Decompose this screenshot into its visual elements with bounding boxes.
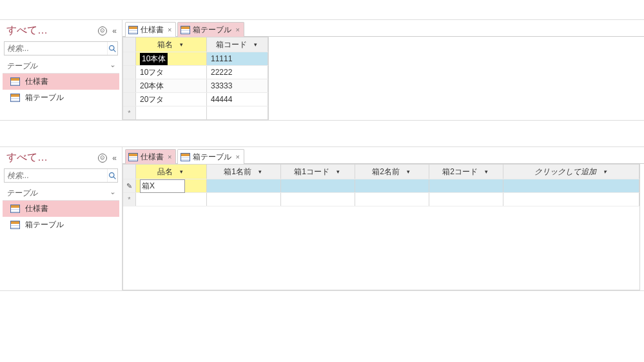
cell-hakocode[interactable]: 11111 xyxy=(207,52,268,65)
cell-hako2code[interactable] xyxy=(429,179,503,192)
col-header-hakomei[interactable]: 箱名 ▾ xyxy=(136,37,207,52)
cell-empty[interactable] xyxy=(503,193,639,206)
drop-icon[interactable]: ▾ xyxy=(405,168,412,175)
table-icon xyxy=(128,153,138,161)
nav-menu-icon[interactable]: ⊙ xyxy=(98,26,107,35)
cell-hako1namae[interactable] xyxy=(207,179,281,192)
row-selector[interactable] xyxy=(123,52,136,65)
cell-empty[interactable] xyxy=(503,179,639,192)
cell-hakocode[interactable]: 33333 xyxy=(207,79,268,92)
new-row-icon[interactable]: * xyxy=(123,193,136,206)
cell-hako1code[interactable] xyxy=(281,179,355,192)
tab-label: 箱テーブル xyxy=(193,25,231,35)
cell-hakocode[interactable]: 22222 xyxy=(207,66,268,79)
cell-hakomei[interactable]: 20フタ xyxy=(136,93,207,106)
table-icon xyxy=(10,205,20,213)
new-row-icon[interactable]: * xyxy=(123,106,136,119)
close-icon[interactable]: × xyxy=(234,26,240,34)
select-all-cell[interactable] xyxy=(123,165,136,179)
search-input[interactable] xyxy=(5,169,107,182)
col-header-hako1code[interactable]: 箱1コード ▾ xyxy=(281,165,355,179)
nav-item-hakotable[interactable]: 箱テーブル xyxy=(3,90,119,106)
cell-editing-value[interactable]: 10本体 xyxy=(140,53,168,65)
row-selector[interactable] xyxy=(123,79,136,92)
cell-hakomei[interactable]: 10本体 xyxy=(136,52,207,65)
nav-collapse-icon[interactable]: « xyxy=(111,26,118,35)
chevron-down-icon: ⌄ xyxy=(110,188,115,199)
tab-hakotable[interactable]: 箱テーブル × xyxy=(177,22,244,37)
nav-group-tables[interactable]: テーブル ⌄ xyxy=(3,59,119,74)
cell-hakomei[interactable]: 10フタ xyxy=(136,66,207,79)
col-header-hakocode[interactable]: 箱コード ▾ xyxy=(207,37,268,52)
table-row[interactable]: 10本体 11111 xyxy=(123,52,268,65)
new-row[interactable]: * xyxy=(123,192,639,206)
close-icon[interactable]: × xyxy=(166,153,173,161)
table-row[interactable]: 20本体 33333 xyxy=(123,79,268,92)
row-selector[interactable] xyxy=(123,93,136,106)
row-selector[interactable] xyxy=(123,66,136,79)
drop-icon[interactable]: ▾ xyxy=(335,168,342,175)
grid-blank-area xyxy=(123,206,639,290)
nav-item-hakotable[interactable]: 箱テーブル xyxy=(3,217,119,233)
cell-hako2namae[interactable] xyxy=(355,179,429,192)
drop-icon[interactable]: ▾ xyxy=(178,41,185,48)
tab-shiyousho[interactable]: 仕様書 × xyxy=(125,149,176,164)
col-label: 箱2名前 xyxy=(372,166,400,177)
cell-empty[interactable] xyxy=(207,106,268,119)
cell-empty[interactable] xyxy=(136,193,207,206)
table-icon xyxy=(10,94,20,102)
cell-empty[interactable] xyxy=(136,106,207,119)
drop-icon[interactable]: ▾ xyxy=(601,168,609,175)
col-header-hinmei[interactable]: 品名 ▾ xyxy=(136,165,207,179)
cell-editing-value[interactable]: 箱X xyxy=(140,179,185,193)
nav-header: すべて… ⊙ « xyxy=(3,148,119,167)
tab-shiyousho[interactable]: 仕様書 × xyxy=(125,22,176,37)
col-header-hako2namae[interactable]: 箱2名前 ▾ xyxy=(355,165,429,179)
nav-menu-icon[interactable]: ⊙ xyxy=(98,154,107,163)
search-icon[interactable] xyxy=(107,169,117,182)
nav-title: すべて… xyxy=(6,151,98,165)
close-icon[interactable]: × xyxy=(166,26,173,34)
table-row[interactable]: ✎ 箱X xyxy=(123,179,639,192)
cell-empty[interactable] xyxy=(355,193,429,206)
nav-collapse-icon[interactable]: « xyxy=(111,154,118,163)
nav-item-shiyousho[interactable]: 仕様書 xyxy=(3,74,119,90)
cell-hakomei[interactable]: 20本体 xyxy=(136,79,207,92)
new-row[interactable]: * xyxy=(123,106,268,119)
cell-empty[interactable] xyxy=(281,193,355,206)
select-all-cell[interactable] xyxy=(123,37,136,52)
col-header-hako1namae[interactable]: 箱1名前 ▾ xyxy=(207,165,281,179)
col-label: クリックして追加 xyxy=(534,166,596,177)
drop-icon[interactable]: ▾ xyxy=(252,41,259,48)
col-label: 箱名 xyxy=(157,39,173,50)
drop-icon[interactable]: ▾ xyxy=(257,168,264,175)
datasheet-hakotable: 箱名 ▾ 箱コード ▾ 10本体 11111 10フタ 22222 xyxy=(122,37,269,120)
svg-line-3 xyxy=(113,177,115,179)
nav-group-tables[interactable]: テーブル ⌄ xyxy=(3,186,119,201)
svg-point-2 xyxy=(110,172,114,177)
table-row[interactable]: 10フタ 22222 xyxy=(123,65,268,79)
header-row: 箱名 ▾ 箱コード ▾ xyxy=(123,37,268,52)
cell-hakocode[interactable]: 44444 xyxy=(207,93,268,106)
cell-empty[interactable] xyxy=(207,193,281,206)
nav-item-shiyousho[interactable]: 仕様書 xyxy=(3,201,119,217)
cell-hinmei[interactable]: 箱X xyxy=(136,179,207,192)
datasheet-shiyousho: 品名 ▾ 箱1名前 ▾ 箱1コード ▾ 箱2名前 ▾ 箱2コード ▾ xyxy=(122,164,640,290)
cell-empty[interactable] xyxy=(429,193,503,206)
table-row[interactable]: 20フタ 44444 xyxy=(123,92,268,106)
close-icon[interactable]: × xyxy=(234,153,240,161)
row-selector-edit-icon[interactable]: ✎ xyxy=(123,179,136,192)
drop-icon[interactable]: ▾ xyxy=(483,168,490,175)
header-row: 品名 ▾ 箱1名前 ▾ 箱1コード ▾ 箱2名前 ▾ 箱2コード ▾ xyxy=(123,165,639,179)
search-icon[interactable] xyxy=(107,42,117,55)
search-input[interactable] xyxy=(5,42,107,55)
table-icon xyxy=(128,26,138,34)
col-header-add[interactable]: クリックして追加 ▾ xyxy=(503,165,639,179)
tab-label: 仕様書 xyxy=(141,25,164,35)
drop-icon[interactable]: ▾ xyxy=(178,168,185,175)
col-header-hako2code[interactable]: 箱2コード ▾ xyxy=(429,165,503,179)
nav-item-label: 仕様書 xyxy=(25,203,48,214)
nav-item-label: 箱テーブル xyxy=(25,92,64,103)
tab-strip: 仕様書 × 箱テーブル × xyxy=(122,147,644,164)
tab-hakotable[interactable]: 箱テーブル × xyxy=(177,149,244,164)
